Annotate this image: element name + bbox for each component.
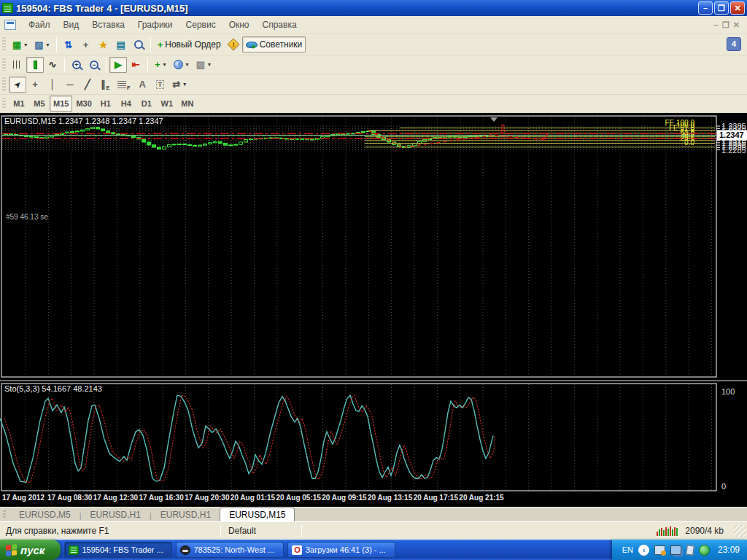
chart-shift-icon: ⇤ xyxy=(132,60,140,69)
language-indicator[interactable]: EN xyxy=(622,545,633,554)
chart-tab-1[interactable]: EURUSD,H1 xyxy=(82,508,150,521)
period-d1-button[interactable]: D1 xyxy=(136,96,157,112)
menu-вставка[interactable]: Вставка xyxy=(85,18,131,32)
line-chart-mode-button[interactable]: ∿ xyxy=(44,57,61,73)
menu-сервис[interactable]: Сервис xyxy=(179,18,222,32)
templates-icon: ▨ xyxy=(196,60,205,69)
new-chart-dropdown-icon[interactable]: ▾ xyxy=(24,42,27,48)
restore-button[interactable]: ❐ xyxy=(714,1,729,15)
channel-tool-button[interactable]: ∥E xyxy=(96,77,114,93)
zoom-in-icon xyxy=(72,61,81,69)
arrows-tool-button[interactable]: ⇄▾ xyxy=(169,77,190,93)
status-profile[interactable]: Default xyxy=(221,526,301,536)
child-minimize-button[interactable]: – xyxy=(714,20,719,30)
expert-advisors-label: Советники xyxy=(260,39,303,50)
menu-окно[interactable]: Окно xyxy=(222,18,256,32)
svg-text:17 Aug 08:30: 17 Aug 08:30 xyxy=(47,494,93,502)
text-label-tool-button[interactable]: T xyxy=(151,77,169,93)
data-window-button[interactable]: + xyxy=(77,36,95,52)
new-order-button[interactable]: +Новый Ордер xyxy=(154,36,225,52)
fibonacci-tool-icon xyxy=(117,81,126,88)
toolbar-gripper[interactable] xyxy=(2,77,6,90)
period-h1-button[interactable]: H1 xyxy=(96,96,116,112)
close-button[interactable]: ✕ xyxy=(730,1,745,15)
candlestick-mode-button[interactable] xyxy=(26,57,44,73)
usb-device-icon[interactable] xyxy=(686,545,694,555)
market-watch-button[interactable]: ⇅ xyxy=(60,36,77,52)
tabs-gripper[interactable] xyxy=(3,510,6,519)
period-m30-button[interactable]: M30 xyxy=(72,96,95,112)
taskbar-task-opera-downloads[interactable]: OЗагрузки 46:41 (3) - ... xyxy=(287,542,395,558)
toolbar-overflow-button[interactable]: 4 xyxy=(727,37,741,51)
hide-icons-chevron-icon[interactable]: ‹ xyxy=(638,545,649,556)
taskbar-task-north-west[interactable]: 783525: North-West ... xyxy=(176,542,284,558)
toolbar-gripper[interactable] xyxy=(2,58,6,71)
profiles-dropdown-icon[interactable]: ▾ xyxy=(47,42,50,48)
period-w1-button[interactable]: W1 xyxy=(157,96,177,112)
templates-button[interactable]: ▨▾ xyxy=(193,57,214,73)
data-window-icon: + xyxy=(83,40,89,50)
menu-файл[interactable]: Файл xyxy=(22,18,57,32)
horizontal-line-tool-button[interactable]: ─ xyxy=(61,77,79,93)
period-mn-button[interactable]: MN xyxy=(177,96,198,112)
period-m15-button[interactable]: M15 xyxy=(50,96,72,112)
vertical-line-tool-button[interactable]: │ xyxy=(44,77,61,93)
navigator-button[interactable]: ★ xyxy=(95,36,112,52)
navigator-icon: ★ xyxy=(99,40,108,50)
arrows-tool-dropdown-icon[interactable]: ▾ xyxy=(183,81,186,88)
network-icon[interactable] xyxy=(670,545,681,555)
chart-tab-2[interactable]: EURUSD,H1 xyxy=(152,508,220,521)
indicators-button[interactable]: +▾ xyxy=(151,57,170,73)
display-settings-icon[interactable] xyxy=(654,545,665,555)
minimize-button[interactable]: – xyxy=(698,1,713,15)
indicators-dropdown-icon[interactable]: ▾ xyxy=(163,61,166,68)
fibonacci-tool-button[interactable]: F xyxy=(114,77,133,93)
child-close-button[interactable]: ✕ xyxy=(733,20,740,30)
toolbar-gripper[interactable] xyxy=(2,37,6,51)
period-m1-button[interactable]: M1 xyxy=(9,96,29,112)
period-h4-button[interactable]: H4 xyxy=(116,96,136,112)
resize-grip[interactable] xyxy=(734,525,746,537)
opera-downloads-icon: O xyxy=(292,545,302,555)
svg-text:#59 46.13 se: #59 46.13 se xyxy=(6,213,48,221)
antivirus-icon[interactable] xyxy=(699,545,710,556)
chart-window-icon[interactable] xyxy=(4,20,16,30)
profiles-button[interactable]: ▧▾ xyxy=(31,36,53,52)
menu-графики[interactable]: Графики xyxy=(131,18,179,32)
metaeditor-warning-button[interactable]: ! xyxy=(225,36,242,52)
svg-text:17 Aug 12:30: 17 Aug 12:30 xyxy=(93,494,139,502)
chart-shift-button[interactable]: ⇤ xyxy=(127,57,144,73)
trendline-tool-button[interactable]: ╱ xyxy=(79,77,96,93)
zoom-in-button[interactable] xyxy=(68,57,85,73)
bar-chart-mode-button[interactable] xyxy=(9,57,26,73)
expert-advisors-button[interactable]: Советники xyxy=(242,36,306,52)
windows-taskbar: пуск 159504: FBS Trader ...783525: North… xyxy=(0,540,747,560)
cursor-tool-button[interactable]: ➤ xyxy=(9,77,26,93)
taskbar-task-fbs-trader[interactable]: 159504: FBS Trader ... xyxy=(64,542,172,558)
toolbar-gripper[interactable] xyxy=(2,98,6,109)
titlebar: 159504: FBS Trader 4 - [EURUSD,M15] – ❐ … xyxy=(0,0,747,16)
new-chart-button[interactable]: ▦▾ xyxy=(9,36,31,52)
tray-clock[interactable]: 23:09 xyxy=(718,545,740,555)
start-button[interactable]: пуск xyxy=(0,540,61,560)
toolbar-separator xyxy=(150,37,151,52)
chart-tab-3[interactable]: EURUSD,M15 xyxy=(220,508,295,521)
zoom-out-button[interactable] xyxy=(85,57,103,73)
channel-tool-icon: ∥ xyxy=(101,79,106,89)
menu-справка[interactable]: Справка xyxy=(256,18,303,32)
terminal-button[interactable]: ▤ xyxy=(112,36,130,52)
metaeditor-warning-icon: ! xyxy=(227,39,239,51)
text-tool-button[interactable]: A xyxy=(133,77,151,93)
status-bar: Для справки, нажмите F1 Default 2090/4 k… xyxy=(0,521,747,540)
child-restore-button[interactable]: ❐ xyxy=(722,20,729,30)
chart-tab-0[interactable]: EURUSD,M5 xyxy=(10,508,80,521)
periods-list-dropdown-icon[interactable]: ▾ xyxy=(186,61,189,68)
periods-list-button[interactable]: ▾ xyxy=(170,57,193,73)
strategy-tester-button[interactable] xyxy=(130,36,147,52)
crosshair-tool-button[interactable]: + xyxy=(26,77,44,93)
chart-canvas[interactable]: #59 46.13 se100.061.850.038.223.60.0FE 1… xyxy=(0,113,747,507)
menu-вид[interactable]: Вид xyxy=(57,18,86,32)
templates-dropdown-icon[interactable]: ▾ xyxy=(208,61,211,68)
period-m5-button[interactable]: M5 xyxy=(29,96,50,112)
auto-scroll-button[interactable]: ▶ xyxy=(109,57,127,73)
